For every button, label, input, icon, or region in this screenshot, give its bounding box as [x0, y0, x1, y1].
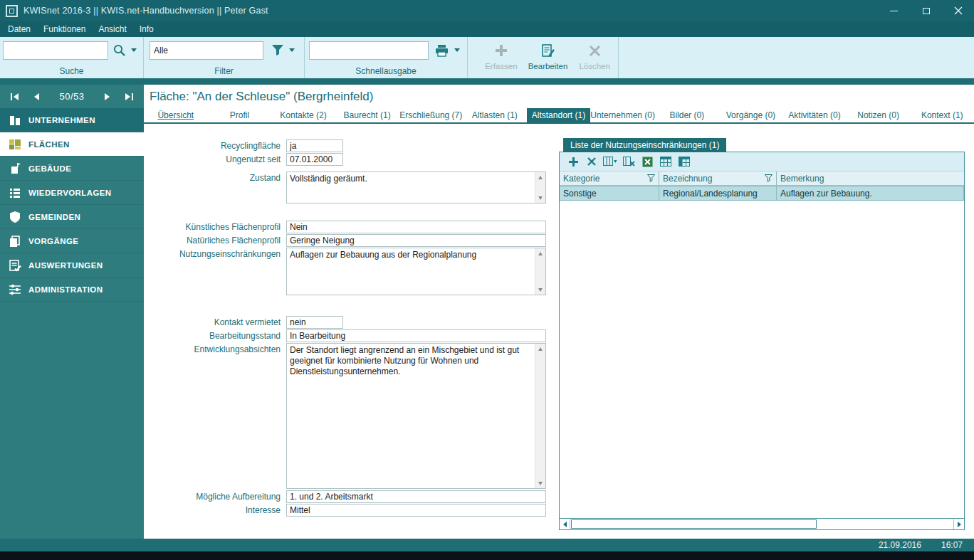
zustand-field[interactable]: Vollständig geräumt.: [286, 171, 546, 204]
natuerliches-flaechenprofil-field[interactable]: [286, 234, 546, 247]
sidebar-item-wiedervorlagen[interactable]: WIEDERVORLAGEN: [0, 181, 144, 205]
scroll-up-icon[interactable]: [535, 248, 545, 258]
scrollbar[interactable]: [535, 344, 545, 488]
tab-unternehmen[interactable]: Unternehmen (0): [590, 108, 655, 122]
first-record-icon: [10, 93, 20, 101]
close-button[interactable]: [942, 0, 974, 21]
nutzungseinschraenkungen-field[interactable]: Auflagen zur Bebauung aus der Regionalpl…: [286, 248, 546, 295]
sidebar-item-flaechen[interactable]: FLÄCHEN: [0, 132, 144, 157]
natuerliches-flaechenprofil-label: Natürliches Flächenprofil: [176, 234, 286, 247]
tab-profil[interactable]: Profil: [208, 108, 272, 122]
remove-column-icon[interactable]: [621, 154, 637, 169]
menu-funktionen[interactable]: Funktionen: [37, 21, 92, 37]
tab-bilder[interactable]: Bilder (0): [655, 108, 719, 122]
page-title: Fläche: "An der Schleuse" (Bergrheinfeld…: [150, 90, 373, 104]
moegliche-aufbereitung-field[interactable]: [286, 490, 546, 503]
tab-notizen[interactable]: Notizen (0): [847, 108, 911, 122]
bearbeiten-button[interactable]: Bearbeiten: [525, 40, 572, 78]
tab-kontext[interactable]: Kontext (1): [910, 108, 974, 122]
sidebar-item-unternehmen[interactable]: UNTERNEHMEN: [0, 108, 144, 132]
scroll-up-icon[interactable]: [535, 344, 545, 354]
tab-baurecht[interactable]: Baurecht (1): [335, 108, 399, 122]
tab-aktivitaeten[interactable]: Aktivitäten (0): [782, 108, 847, 122]
toolbar-section-filter: Filter: [144, 37, 305, 78]
sidebar-item-vorgaenge[interactable]: VORGÄNGE: [0, 229, 144, 253]
scroll-left-icon[interactable]: [560, 519, 570, 529]
cell-kategorie: Sonstige: [560, 186, 659, 200]
delete-row-icon[interactable]: [584, 154, 599, 169]
quick-output-input[interactable]: [309, 41, 429, 60]
scroll-up-icon[interactable]: [535, 172, 545, 182]
interesse-field[interactable]: [286, 504, 546, 517]
search-dropdown-icon[interactable]: [131, 48, 137, 52]
filter-dropdown-icon[interactable]: [289, 48, 295, 52]
tab-uebersicht[interactable]: Übersicht: [144, 108, 208, 122]
last-record-button[interactable]: [118, 93, 140, 101]
column-header-bezeichnung[interactable]: Bezeichnung: [659, 171, 777, 185]
tab-altstandort[interactable]: Altstandort (1): [527, 108, 591, 122]
column-header-kategorie[interactable]: Kategorie: [560, 171, 659, 185]
tab-altlasten[interactable]: Altlasten (1): [463, 108, 527, 122]
add-row-icon[interactable]: [565, 154, 581, 169]
toolbar-label-schnellausgabe: Schnellausgabe: [305, 66, 467, 76]
toolbar-section-schnellausgabe: Schnellausgabe: [305, 37, 468, 78]
prev-record-button[interactable]: [26, 93, 47, 101]
app-icon: [6, 5, 18, 17]
first-record-button[interactable]: [4, 93, 26, 101]
horizontal-scrollbar[interactable]: [560, 518, 964, 529]
menu-daten[interactable]: Daten: [1, 21, 37, 37]
scrollbar[interactable]: [535, 172, 545, 203]
excel-export-icon[interactable]: [639, 154, 655, 169]
menu-ansicht[interactable]: Ansicht: [92, 21, 132, 37]
printer-icon[interactable]: [434, 43, 449, 58]
scrollbar-thumb[interactable]: [571, 519, 817, 529]
scroll-down-icon[interactable]: [535, 285, 545, 295]
minimize-button[interactable]: [878, 0, 910, 21]
tab-vorgaenge[interactable]: Vorgänge (0): [719, 108, 783, 122]
column-header-bemerkung[interactable]: Bemerkung: [777, 171, 964, 185]
loeschen-button[interactable]: Löschen: [571, 40, 618, 78]
filter-icon[interactable]: [647, 174, 655, 182]
column-chooser-icon[interactable]: [602, 154, 618, 169]
filter-funnel-icon[interactable]: [271, 43, 285, 57]
next-record-button[interactable]: [97, 93, 118, 101]
report-check-icon: [7, 259, 23, 272]
erfassen-button[interactable]: Erfassen: [478, 40, 525, 78]
menu-bar: Daten Funktionen Ansicht Info: [0, 21, 974, 37]
delete-x-icon: [589, 40, 601, 61]
panel-title: Liste der Nutzungseinschränkungen (1): [563, 138, 726, 152]
kontakt-vermietet-label: Kontakt vermietet: [176, 316, 286, 329]
printer-dropdown-icon[interactable]: [454, 48, 460, 52]
scroll-down-icon[interactable]: [535, 478, 545, 488]
sidebar-item-gemeinden[interactable]: GEMEINDEN: [0, 205, 144, 229]
grid-view-icon[interactable]: [658, 154, 674, 169]
list-icon: [7, 186, 23, 199]
filter-input[interactable]: [150, 41, 263, 60]
ungenutzt-seit-field[interactable]: [286, 153, 343, 166]
table-row[interactable]: Sonstige Regional/Landesplanung Auflagen…: [560, 186, 964, 201]
scroll-down-icon[interactable]: [535, 193, 545, 203]
entwicklungsabsichten-field[interactable]: Der Standort liegt angrenzend an ein Mis…: [286, 343, 546, 489]
grid-empty-area: [560, 201, 964, 518]
search-input[interactable]: [3, 41, 108, 60]
scrollbar-track[interactable]: [817, 519, 953, 529]
filter-icon[interactable]: [765, 174, 773, 182]
sidebar-item-administration[interactable]: ADMINISTRATION: [0, 278, 144, 302]
last-record-icon: [124, 93, 134, 101]
scroll-right-icon[interactable]: [953, 519, 964, 529]
bearbeitungsstand-field[interactable]: [286, 329, 546, 342]
sidebar-item-gebaeude[interactable]: GEBÄUDE: [0, 157, 144, 181]
scrollbar[interactable]: [535, 248, 545, 295]
maximize-button[interactable]: [910, 0, 942, 21]
tab-kontakte[interactable]: Kontakte (2): [271, 108, 335, 122]
tab-erschliessung[interactable]: Erschließung (7): [399, 108, 463, 122]
kuenstliches-flaechenprofil-field[interactable]: [286, 221, 546, 233]
kontakt-vermietet-field[interactable]: [286, 316, 343, 329]
grid-layout-icon[interactable]: [676, 154, 692, 169]
content-header: Fläche: "An der Schleuse" (Bergrheinfeld…: [144, 85, 974, 108]
parcels-icon: [7, 138, 23, 151]
search-icon[interactable]: [112, 43, 127, 58]
sidebar-item-auswertungen[interactable]: AUSWERTUNGEN: [0, 253, 144, 278]
recyclingflaeche-field[interactable]: [286, 139, 343, 152]
menu-info[interactable]: Info: [133, 21, 160, 37]
